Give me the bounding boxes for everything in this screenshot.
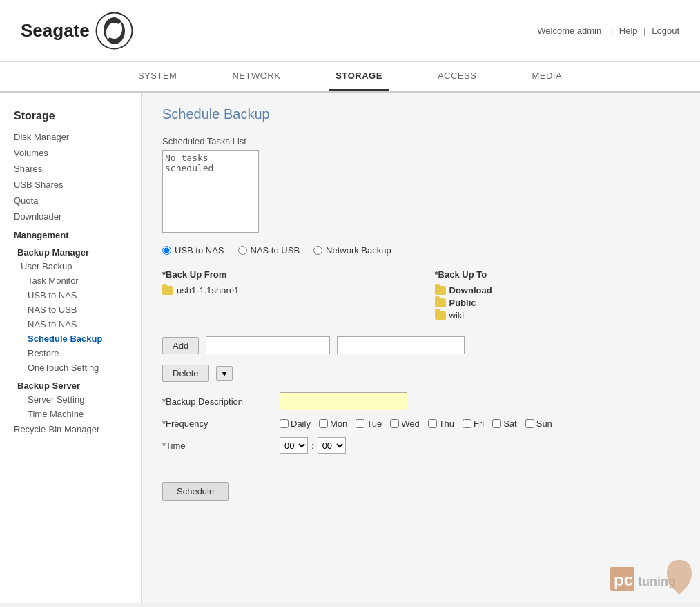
seagate-logo-icon (95, 12, 133, 50)
freq-thu[interactable]: Thu (428, 418, 454, 429)
freq-sat-label: Sat (503, 418, 517, 429)
freq-thu-label: Thu (439, 418, 454, 429)
freq-fri-label: Fri (474, 418, 484, 429)
sidebar-item-task-monitor[interactable]: Task Monitor (0, 273, 141, 288)
radio-nas-to-usb-label: NAS to USB (251, 245, 300, 256)
add-button[interactable]: Add (162, 337, 199, 354)
backup-type-radio-group: USB to NAS NAS to USB Network Backup (162, 245, 679, 256)
freq-sun[interactable]: Sun (525, 418, 552, 429)
freq-sun-checkbox[interactable] (525, 419, 534, 428)
brand-name: Seagate (21, 20, 90, 41)
nav-storage[interactable]: STORAGE (329, 62, 389, 91)
freq-wed-checkbox[interactable] (390, 419, 399, 428)
sidebar-item-usb-shares[interactable]: USB Shares (0, 177, 141, 193)
sidebar-item-server-setting[interactable]: Server Setting (0, 392, 141, 407)
nav-access[interactable]: ACCESS (431, 62, 483, 91)
nav-system[interactable]: SYSTEM (131, 62, 184, 91)
sidebar-item-onetouch[interactable]: OneTouch Setting (0, 360, 141, 375)
header: Seagate Welcome admin | Help | Logout (0, 0, 700, 62)
separator2: | (643, 26, 648, 36)
freq-tue-label: Tue (367, 418, 382, 429)
backup-from-col: *Back Up From usb1-1.1share1 (162, 269, 407, 322)
backup-to-col: *Back Up To Download Public wiki (435, 269, 680, 322)
sidebar-item-quota[interactable]: Quota (0, 193, 141, 209)
freq-fri-checkbox[interactable] (463, 419, 471, 428)
radio-usb-to-nas-input[interactable] (162, 246, 171, 255)
freq-daily-checkbox[interactable] (280, 419, 289, 428)
time-hour-select[interactable]: 00 01020304 05060708 09101112 13141516 1… (280, 437, 308, 454)
sidebar-item-nas-to-usb[interactable]: NAS to USB (0, 302, 141, 317)
sidebar-item-nas-to-nas[interactable]: NAS to NAS (0, 317, 141, 331)
main-layout: Storage Disk Manager Volumes Shares USB … (0, 93, 700, 603)
sidebar-item-volumes[interactable]: Volumes (0, 145, 141, 161)
frequency-label: *Frequency (162, 418, 280, 429)
freq-mon-checkbox[interactable] (319, 419, 328, 428)
nav-media[interactable]: MEDIA (525, 62, 569, 91)
backup-from-folder: usb1-1.1share1 (162, 285, 407, 296)
help-link[interactable]: Help (619, 26, 638, 36)
radio-network-backup-label: Network Backup (326, 245, 391, 256)
radio-network-backup[interactable]: Network Backup (313, 245, 391, 256)
freq-tue[interactable]: Tue (356, 418, 382, 429)
sidebar-item-time-machine[interactable]: Time Machine (0, 407, 141, 421)
svg-text:pc: pc (614, 570, 633, 589)
folder-icon-download (435, 286, 446, 295)
sidebar-item-usb-to-nas[interactable]: USB to NAS (0, 288, 141, 302)
freq-tue-checkbox[interactable] (356, 419, 364, 428)
backup-from-to-row: *Back Up From usb1-1.1share1 *Back Up To… (162, 269, 679, 322)
time-label: *Time (162, 441, 280, 451)
tasks-list-box[interactable]: No tasks scheduled (162, 150, 259, 233)
delete-row: Delete ▼ (162, 365, 679, 382)
folder-icon-from (162, 286, 173, 295)
sidebar-backup-manager-title: Backup Manager (0, 242, 141, 259)
backup-to-folder-download-name: Download (449, 285, 492, 296)
delete-dropdown-button[interactable]: ▼ (216, 366, 233, 381)
add-row: Add (162, 336, 679, 354)
freq-mon-label: Mon (330, 418, 347, 429)
time-minute-select[interactable]: 00 153045 (318, 437, 346, 454)
sidebar-item-disk-manager[interactable]: Disk Manager (0, 129, 141, 145)
radio-network-backup-input[interactable] (313, 246, 322, 255)
freq-sat-checkbox[interactable] (492, 419, 501, 428)
backup-from-label: *Back Up From (162, 269, 407, 280)
freq-wed[interactable]: Wed (390, 418, 420, 429)
schedule-button[interactable]: Schedule (162, 482, 229, 501)
freq-daily[interactable]: Daily (280, 418, 311, 429)
backup-to-folder-wiki-name: wiki (449, 310, 465, 320)
radio-nas-to-usb[interactable]: NAS to USB (238, 245, 300, 256)
backup-to-folder-download: Download (435, 285, 680, 296)
nav-network[interactable]: NETWORK (225, 62, 287, 91)
description-input[interactable] (280, 392, 407, 410)
radio-usb-to-nas[interactable]: USB to NAS (162, 245, 224, 256)
radio-usb-to-nas-label: USB to NAS (175, 245, 224, 256)
header-user-info: Welcome admin | Help | Logout (534, 26, 679, 36)
delete-button[interactable]: Delete (162, 365, 209, 382)
separator1: | (611, 26, 616, 36)
folder-icon-wiki (435, 311, 446, 320)
radio-nas-to-usb-input[interactable] (238, 246, 247, 255)
freq-thu-checkbox[interactable] (428, 419, 437, 428)
sidebar-item-shares[interactable]: Shares (0, 161, 141, 177)
sidebar-item-schedule-backup[interactable]: Schedule Backup (0, 331, 141, 346)
sidebar-item-recycle-bin[interactable]: Recycle-Bin Manager (0, 421, 141, 437)
frequency-options: Daily Mon Tue Wed Thu (280, 418, 679, 429)
sidebar-backup-server-title: Backup Server (0, 375, 141, 392)
freq-wed-label: Wed (401, 418, 420, 429)
form-divider (162, 468, 679, 468)
freq-fri[interactable]: Fri (463, 418, 484, 429)
add-input-left[interactable] (206, 336, 330, 354)
description-value (280, 392, 679, 410)
backup-from-folder-name: usb1-1.1share1 (177, 285, 239, 296)
freq-sat[interactable]: Sat (492, 418, 517, 429)
freq-mon[interactable]: Mon (319, 418, 347, 429)
sidebar-item-downloader[interactable]: Downloader (0, 209, 141, 224)
sidebar-section-title: Storage (0, 106, 141, 129)
sidebar-management-title: Management (0, 224, 141, 242)
sidebar-item-restore[interactable]: Restore (0, 346, 141, 360)
sidebar-item-user-backup[interactable]: User Backup (0, 259, 141, 273)
welcome-text: Welcome admin (537, 26, 601, 36)
navbar: SYSTEM NETWORK STORAGE ACCESS MEDIA (0, 62, 700, 93)
logout-link[interactable]: Logout (652, 26, 679, 36)
backup-to-folder-public-name: Public (449, 298, 476, 308)
add-input-right[interactable] (337, 336, 465, 354)
